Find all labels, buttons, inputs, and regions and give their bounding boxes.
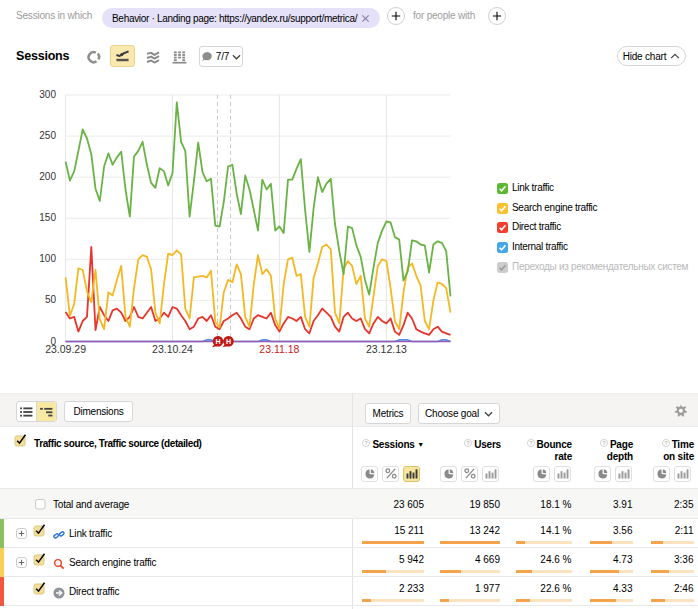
svg-text:?: ? [365,440,368,446]
svg-text:23.12.13: 23.12.13 [366,343,407,355]
svg-text:100: 100 [39,253,56,264]
svg-text:50: 50 [45,294,57,305]
svg-text:300: 300 [39,89,56,100]
svg-text:150: 150 [39,212,56,223]
svg-text:?: ? [664,440,667,446]
svg-text:H: H [226,338,231,345]
svg-text:?: ? [529,440,532,446]
svg-text:23.10.24: 23.10.24 [152,343,193,355]
svg-text:23.11.18: 23.11.18 [259,343,299,355]
svg-text:23.09.29: 23.09.29 [45,343,86,355]
svg-text:?: ? [467,440,470,446]
svg-text:H: H [215,338,220,345]
svg-text:250: 250 [39,130,56,141]
svg-text:200: 200 [39,171,56,182]
